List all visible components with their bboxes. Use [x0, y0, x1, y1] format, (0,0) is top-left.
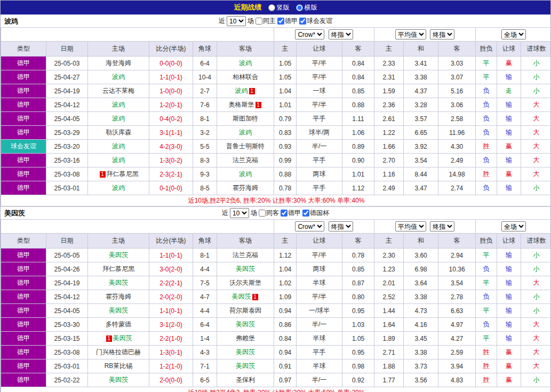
away-team[interactable]: 美因茨 — [217, 359, 274, 373]
away-team[interactable]: 沃尔夫斯堡 — [217, 276, 274, 290]
extra-comp-checkbox[interactable] — [299, 18, 306, 25]
recent-count-select[interactable]: 10 — [227, 16, 246, 26]
home-team[interactable]: 拜仁慕尼黑 — [88, 262, 149, 276]
asia-bookmaker-select[interactable]: Crow* — [295, 29, 324, 39]
team-name: 波鸡 — [112, 101, 125, 108]
match-score[interactable]: 0-4(0-2) — [149, 112, 193, 126]
match-score[interactable]: 2-0(0-0) — [149, 373, 193, 387]
same-venue-checkbox-option[interactable]: 同客 — [259, 209, 279, 218]
asia-handicap: 平/半 — [297, 70, 342, 84]
home-team[interactable]: 美因茨 — [88, 276, 149, 290]
match-score[interactable]: 3-1(2-0) — [149, 318, 193, 332]
extra-comp-checkbox-option[interactable]: 德国杯 — [302, 209, 329, 218]
match-score[interactable]: 2-3(2-1) — [149, 167, 193, 181]
europe-odds-type-select[interactable]: 终指 — [430, 29, 454, 39]
asia-odds-type-select[interactable]: 终指 — [329, 29, 353, 39]
europe-source-select[interactable]: 平均值 — [395, 221, 426, 231]
league-checkbox-option[interactable]: 德甲 — [281, 209, 301, 218]
match-score[interactable]: 0-0(0-0) — [149, 57, 193, 70]
league-checkbox-option[interactable]: 德甲 — [277, 17, 298, 26]
match-score[interactable]: 1-1(0-1) — [149, 70, 193, 84]
home-team[interactable]: 美因茨 — [88, 373, 149, 387]
away-team[interactable]: 弗赖堡 — [217, 332, 274, 346]
away-team[interactable]: 波鸡 — [217, 167, 274, 181]
home-team[interactable]: 波鸡 — [88, 140, 149, 154]
away-team[interactable]: 普鲁士明斯特 — [217, 140, 274, 154]
home-team[interactable]: 多特蒙德 — [88, 318, 149, 332]
match-score[interactable]: 1-1(0-1) — [149, 304, 193, 318]
away-team[interactable]: 美因茨1 — [217, 290, 274, 304]
match-score[interactable]: 3-0(2-0) — [149, 262, 193, 276]
match-result: 负 — [476, 318, 497, 332]
away-team[interactable]: 柏林联合 — [217, 70, 274, 84]
asia-home-odds: 0.88 — [274, 167, 297, 181]
match-score[interactable]: 2-2(1-0) — [149, 332, 193, 346]
layout-vertical-option[interactable]: 竖版 — [268, 3, 290, 12]
away-team[interactable]: 荷尔斯泰因 — [217, 304, 274, 318]
match-score[interactable]: 1-2(0-1) — [149, 98, 193, 112]
odds-selector-row: Crow* 终指 平均值 终指 全场 — [1, 28, 551, 42]
home-team[interactable]: RB莱比锡 — [88, 359, 149, 373]
match-score[interactable]: 1-1(0-1) — [149, 249, 193, 262]
same-venue-checkbox[interactable] — [255, 18, 262, 25]
extra-comp-checkbox[interactable] — [302, 210, 309, 217]
match-score[interactable]: 2-0(2-0) — [149, 290, 193, 304]
extra-comp-checkbox-option[interactable]: 球会友谊 — [299, 17, 332, 26]
same-venue-checkbox-option[interactable]: 同主 — [255, 17, 276, 26]
away-team[interactable]: 波鸡 — [217, 57, 274, 70]
match-score[interactable]: 2-2(2-1) — [149, 276, 193, 290]
team-name: 霍芬海姆 — [233, 184, 258, 191]
scope-select[interactable]: 全场 — [501, 29, 526, 39]
home-team[interactable]: 1拜仁慕尼黑 — [88, 167, 149, 181]
home-team[interactable]: 波鸡 — [88, 70, 149, 84]
match-result: 平 — [476, 276, 497, 290]
away-team[interactable]: 美因茨 — [217, 318, 274, 332]
same-venue-checkbox[interactable] — [259, 210, 266, 217]
asia-odds-type-select[interactable]: 终指 — [329, 221, 353, 231]
home-team[interactable]: 勒沃库森 — [88, 126, 149, 140]
match-score[interactable]: 1-3(0-2) — [149, 154, 193, 167]
match-score[interactable]: 1-3(0-1) — [149, 346, 193, 359]
home-team[interactable]: 波鸡 — [88, 112, 149, 126]
league-type: 德甲 — [1, 346, 46, 359]
away-team[interactable]: 美因茨 — [217, 262, 274, 276]
away-team[interactable]: 波鸡1 — [217, 84, 274, 98]
team-name: 美因茨 — [232, 293, 251, 300]
recent-count-select[interactable]: 10 — [230, 208, 249, 218]
match-score[interactable]: 0-1(0-0) — [149, 181, 193, 195]
home-team[interactable]: 霍芬海姆 — [88, 290, 149, 304]
asia-bookmaker-select[interactable]: Crow* — [295, 221, 324, 231]
away-team[interactable]: 斯图加特 — [217, 112, 274, 126]
match-score[interactable]: 4-2(3-0) — [149, 140, 193, 154]
home-team[interactable]: 美因茨 — [88, 304, 149, 318]
team-name: 柏林联合 — [233, 73, 258, 81]
europe-odds-type-select[interactable]: 终指 — [430, 221, 454, 231]
away-team[interactable]: 奥格斯堡1 — [217, 98, 274, 112]
away-team[interactable]: 霍芬海姆 — [217, 181, 274, 195]
match-score[interactable]: 1-2(1-0) — [149, 359, 193, 373]
away-team[interactable]: 圣保利 — [217, 373, 274, 387]
avg-home-odds: 1.22 — [374, 126, 404, 140]
home-team[interactable]: 波鸡 — [88, 181, 149, 195]
home-team[interactable]: 美因茨 — [88, 249, 149, 262]
home-team[interactable]: 波鸡 — [88, 98, 149, 112]
league-checkbox[interactable] — [277, 18, 284, 25]
league-checkbox[interactable] — [281, 210, 288, 217]
home-team[interactable]: 1美因茨 — [88, 332, 149, 346]
away-team[interactable]: 波鸡 — [217, 126, 274, 140]
home-team[interactable]: 云达不莱梅 — [88, 84, 149, 98]
vertical-radio[interactable] — [268, 4, 275, 11]
away-team[interactable]: 法兰克福 — [217, 249, 274, 262]
scope-select[interactable]: 全场 — [501, 221, 526, 231]
match-score[interactable]: 3-1(1-1) — [149, 126, 193, 140]
match-score[interactable]: 1-0(0-0) — [149, 84, 193, 98]
home-team[interactable]: 门兴格拉德巴赫 — [88, 346, 149, 359]
layout-horizontal-option[interactable]: 横版 — [296, 3, 317, 12]
home-team[interactable]: 波鸡 — [88, 154, 149, 167]
away-team[interactable]: 法兰克福 — [217, 154, 274, 167]
home-team[interactable]: 海登海姆 — [88, 57, 149, 70]
avg-home-odds: 1.23 — [374, 262, 404, 276]
europe-source-select[interactable]: 平均值 — [395, 29, 426, 39]
horizontal-radio[interactable] — [296, 4, 303, 11]
away-team[interactable]: 美因茨 — [217, 346, 274, 359]
